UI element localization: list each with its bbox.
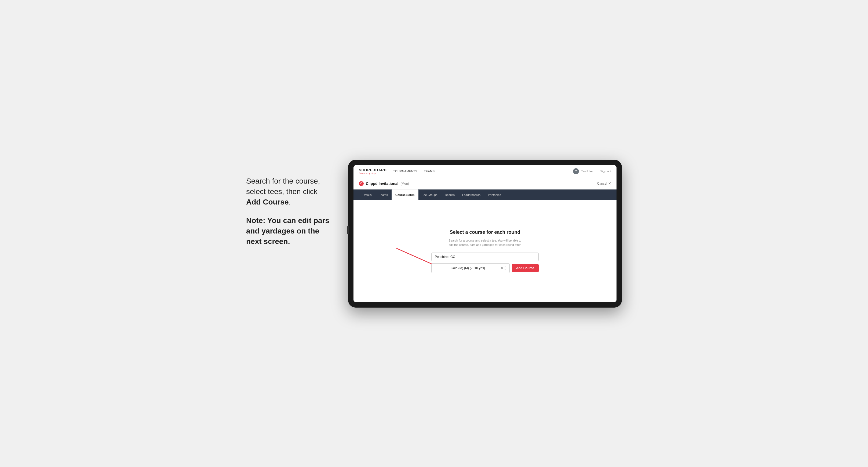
tournament-gender: (Men) <box>400 182 409 185</box>
tab-bar: Details Teams Course Setup Tee Groups Re… <box>353 189 617 200</box>
user-name: Test User <box>581 169 593 173</box>
logo-text: SCOREBOARD <box>359 168 387 172</box>
sign-out-link[interactable]: Sign out <box>600 169 611 173</box>
nav-teams[interactable]: TEAMS <box>424 169 435 173</box>
page-wrapper: Search for the course, select tees, then… <box>246 160 622 308</box>
tab-details[interactable]: Details <box>359 189 375 200</box>
tablet-frame: SCOREBOARD Powered by clippd TOURNAMENTS… <box>348 160 622 308</box>
user-avatar: T <box>573 168 579 174</box>
top-nav-right: T Test User Sign out <box>573 168 611 174</box>
tab-results[interactable]: Results <box>441 189 458 200</box>
tournament-header: C Clippd Invitational (Men) Cancel ✕ <box>353 178 617 189</box>
annotation-note: Note: You can edit pars and yardages on … <box>246 216 329 246</box>
logo-sub: Powered by clippd <box>359 172 387 175</box>
annotation-text-2: Note: You can edit pars and yardages on … <box>246 215 332 247</box>
main-content: Select a course for each round Search fo… <box>353 200 617 302</box>
tee-chevron-down-icon[interactable]: ▼ <box>504 269 506 271</box>
tab-leaderboards[interactable]: Leaderboards <box>458 189 484 200</box>
annotation-panel: Search for the course, select tees, then… <box>246 160 332 255</box>
tab-teams[interactable]: Teams <box>375 189 392 200</box>
course-select-container: Select a course for each round Search fo… <box>431 229 539 273</box>
tee-select-value: Gold (M) (M) (7010 yds) <box>435 266 501 270</box>
tournament-icon: C <box>359 181 364 186</box>
add-course-button[interactable]: Add Course <box>512 264 539 272</box>
tournament-name: Clippd Invitational <box>366 181 398 186</box>
top-nav-left: SCOREBOARD Powered by clippd TOURNAMENTS… <box>359 168 435 175</box>
tab-printables[interactable]: Printables <box>484 189 505 200</box>
tee-select-row: Gold (M) (M) (7010 yds) ✕ ▲ ▼ Add Course <box>431 263 539 273</box>
annotation-text-1: Search for the course, select tees, then… <box>246 176 332 208</box>
tab-course-setup[interactable]: Course Setup <box>392 189 418 200</box>
tablet-side-button <box>347 226 349 234</box>
tee-select-controls: ▲ ▼ <box>504 266 506 271</box>
tee-chevron-up-icon[interactable]: ▲ <box>504 266 506 268</box>
divider <box>597 169 597 173</box>
tee-select-wrapper[interactable]: Gold (M) (M) (7010 yds) ✕ ▲ ▼ <box>431 263 510 273</box>
course-select-description: Search for a course and select a tee. Yo… <box>447 238 523 247</box>
nav-tournaments[interactable]: TOURNAMENTS <box>393 169 417 173</box>
tablet-screen: SCOREBOARD Powered by clippd TOURNAMENTS… <box>353 165 617 302</box>
tournament-title-row: C Clippd Invitational (Men) <box>359 181 409 186</box>
logo-area: SCOREBOARD Powered by clippd <box>359 168 387 175</box>
cancel-button[interactable]: Cancel ✕ <box>597 181 611 185</box>
top-nav: SCOREBOARD Powered by clippd TOURNAMENTS… <box>353 165 617 178</box>
annotation-bold: Add Course <box>246 198 289 206</box>
tee-clear-icon[interactable]: ✕ <box>501 267 503 270</box>
course-select-title: Select a course for each round <box>431 229 539 235</box>
course-search-input[interactable] <box>431 253 539 261</box>
cancel-x-icon: ✕ <box>608 181 611 185</box>
tab-tee-groups[interactable]: Tee Groups <box>418 189 441 200</box>
